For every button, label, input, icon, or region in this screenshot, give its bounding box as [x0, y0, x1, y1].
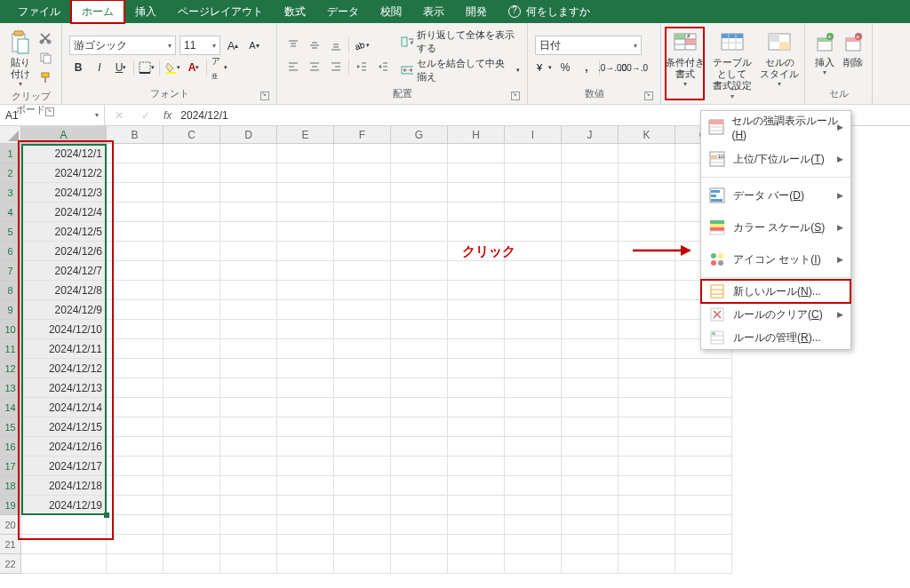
cell[interactable]: [107, 261, 164, 281]
cell[interactable]: [277, 242, 334, 261]
cell[interactable]: [675, 476, 732, 496]
cell[interactable]: [164, 496, 220, 515]
cell[interactable]: [334, 515, 391, 535]
cell[interactable]: [220, 222, 277, 242]
enter-formula-button[interactable]: ✓: [137, 107, 155, 124]
cell[interactable]: [107, 476, 164, 496]
cell[interactable]: 2024/12/8: [21, 281, 107, 300]
cell[interactable]: [562, 417, 619, 437]
cell[interactable]: [277, 261, 334, 281]
cell[interactable]: [391, 222, 448, 242]
column-header[interactable]: J: [562, 126, 619, 144]
cf-manage-rules[interactable]: ルールの管理(R)...: [701, 326, 850, 349]
cell[interactable]: [675, 496, 732, 515]
cell[interactable]: [448, 339, 505, 359]
cell[interactable]: [164, 320, 220, 339]
cell[interactable]: [334, 417, 391, 437]
cell[interactable]: [334, 437, 391, 457]
cell[interactable]: [505, 281, 562, 300]
cell[interactable]: [675, 515, 732, 535]
cell[interactable]: [448, 496, 505, 515]
cell[interactable]: [448, 163, 505, 183]
accounting-format-button[interactable]: ¥▾: [535, 59, 553, 76]
cell[interactable]: [619, 281, 675, 300]
cell[interactable]: [619, 417, 675, 437]
cell[interactable]: [107, 437, 164, 457]
cell[interactable]: [391, 339, 448, 359]
row-header[interactable]: 12: [0, 359, 21, 378]
cell[interactable]: 2024/12/19: [21, 496, 107, 515]
row-header[interactable]: 22: [0, 554, 21, 574]
cell[interactable]: [675, 535, 732, 554]
cf-new-rule[interactable]: 新しいルール(N)...: [701, 280, 850, 303]
cell[interactable]: 2024/12/4: [21, 203, 107, 222]
cell[interactable]: [107, 144, 164, 163]
cell[interactable]: [505, 300, 562, 320]
cell[interactable]: [562, 457, 619, 476]
cell[interactable]: [448, 437, 505, 457]
cell[interactable]: [220, 339, 277, 359]
cell[interactable]: [277, 339, 334, 359]
copy-button[interactable]: [36, 49, 54, 67]
cell[interactable]: [107, 515, 164, 535]
phonetic-button[interactable]: ア亜▾: [211, 59, 228, 76]
insert-cells-button[interactable]: + 挿入 ▾: [812, 27, 837, 85]
cell[interactable]: [562, 281, 619, 300]
row-header[interactable]: 6: [0, 242, 21, 261]
cell[interactable]: [277, 417, 334, 437]
cell[interactable]: [619, 144, 675, 163]
cell[interactable]: [220, 163, 277, 183]
cell[interactable]: [107, 457, 164, 476]
cell[interactable]: [619, 554, 675, 574]
align-left-button[interactable]: [284, 58, 302, 75]
cell[interactable]: [164, 359, 220, 378]
row-header[interactable]: 18: [0, 476, 21, 496]
row-header[interactable]: 15: [0, 417, 21, 437]
cell[interactable]: [562, 203, 619, 222]
cell[interactable]: [448, 378, 505, 398]
cell[interactable]: [448, 359, 505, 378]
row-header[interactable]: 20: [0, 515, 21, 535]
cell[interactable]: [619, 496, 675, 515]
cell[interactable]: [277, 359, 334, 378]
cell[interactable]: [220, 417, 277, 437]
cell[interactable]: [220, 554, 277, 574]
cell[interactable]: [107, 378, 164, 398]
cell[interactable]: [334, 300, 391, 320]
cell[interactable]: [505, 378, 562, 398]
cell[interactable]: [562, 535, 619, 554]
tab-file[interactable]: ファイル: [7, 0, 71, 23]
tab-insert[interactable]: 挿入: [124, 0, 167, 23]
font-size-combo[interactable]: 11▾: [180, 36, 220, 55]
cell[interactable]: [448, 300, 505, 320]
cell[interactable]: [107, 281, 164, 300]
cell[interactable]: [448, 183, 505, 203]
cell[interactable]: [107, 398, 164, 417]
cell[interactable]: [277, 320, 334, 339]
align-bottom-button[interactable]: [327, 36, 345, 54]
cell[interactable]: [391, 261, 448, 281]
format-painter-button[interactable]: [36, 68, 54, 86]
row-header[interactable]: 19: [0, 496, 21, 515]
cell[interactable]: [675, 359, 732, 378]
cell[interactable]: [107, 339, 164, 359]
cell[interactable]: [220, 457, 277, 476]
cell[interactable]: 2024/12/14: [21, 398, 107, 417]
decrease-decimal-button[interactable]: .00→.0: [625, 59, 643, 76]
tab-view[interactable]: 表示: [412, 0, 455, 23]
cell[interactable]: [391, 144, 448, 163]
cell[interactable]: [562, 163, 619, 183]
cell[interactable]: [220, 398, 277, 417]
cell[interactable]: [164, 183, 220, 203]
cell[interactable]: [21, 535, 107, 554]
cell[interactable]: [562, 515, 619, 535]
cell[interactable]: [391, 437, 448, 457]
cell[interactable]: [505, 496, 562, 515]
row-header[interactable]: 17: [0, 457, 21, 476]
cell[interactable]: [505, 261, 562, 281]
cell[interactable]: [619, 476, 675, 496]
cell[interactable]: [562, 320, 619, 339]
cell[interactable]: [505, 183, 562, 203]
cell[interactable]: [334, 183, 391, 203]
cell[interactable]: [334, 144, 391, 163]
